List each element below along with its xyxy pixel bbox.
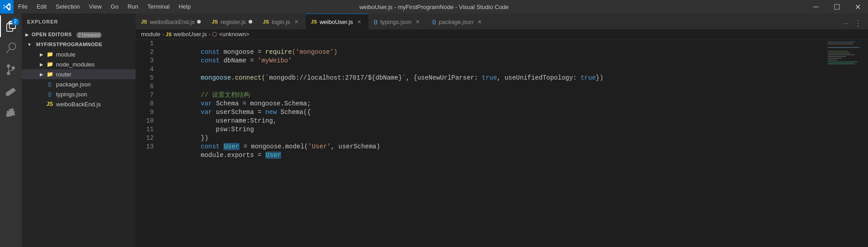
code-line-11: }): [163, 125, 826, 134]
activity-explorer[interactable]: 2: [0, 15, 22, 37]
sidebar-item-package-json-label: package.json: [56, 81, 91, 88]
menu-file[interactable]: File: [14, 0, 32, 14]
activity-bar: 2: [0, 14, 22, 247]
titlebar-left: File Edit Selection View Go Run Terminal…: [0, 0, 195, 14]
code-line-7: var Schema = mongoose.Schema;: [163, 91, 826, 100]
tab-weibo-backend[interactable]: JS weiboBackEnd.js: [136, 14, 206, 29]
tab-typings-close[interactable]: ×: [414, 18, 421, 25]
folder-icon: 📁: [46, 51, 53, 58]
code-line-6: // 设置文档结构: [163, 82, 826, 91]
code-line-12: const User = mongoose.model('User', user…: [163, 134, 826, 142]
tab-package-close[interactable]: ×: [476, 18, 483, 25]
tab-weibo-user-label: weiboUser.js: [320, 19, 353, 25]
sidebar-item-typings-json-label: typings.json: [56, 91, 87, 98]
titlebar-controls: ─ ☐ ✕: [806, 0, 868, 14]
project-chevron: ▼: [27, 42, 34, 47]
maximize-button[interactable]: ☐: [826, 0, 847, 14]
window-title: weiboUser.js - myFirstProgramNode - Visu…: [359, 4, 509, 10]
tab-weibo-user-close[interactable]: ×: [356, 18, 363, 25]
svg-rect-8: [828, 60, 837, 61]
sidebar-item-weibo-backend-label: weiboBackEnd.js: [56, 101, 101, 108]
menu-edit[interactable]: Edit: [32, 0, 51, 14]
sidebar-item-router-label: router: [56, 71, 71, 78]
svg-rect-5: [828, 54, 855, 55]
tab-modified-dot: [197, 20, 201, 24]
breadcrumb-module[interactable]: module: [141, 31, 160, 38]
open-editors-label: Open Editors: [32, 32, 72, 37]
tab-json-icon2: {}: [432, 19, 436, 24]
breadcrumb-symbol[interactable]: <unknown>: [219, 31, 249, 38]
close-button[interactable]: ✕: [847, 0, 868, 14]
svg-rect-6: [828, 56, 846, 57]
sidebar-item-router[interactable]: ▶ 📁 router: [22, 69, 136, 79]
tab-js-icon3: JS: [263, 19, 269, 24]
tab-js-icon4: JS: [311, 19, 317, 24]
tab-login-close[interactable]: ×: [293, 18, 300, 25]
titlebar: File Edit Selection View Go Run Terminal…: [0, 0, 868, 14]
svg-rect-7: [828, 58, 841, 59]
sidebar-item-weibo-backend[interactable]: ▶ JS weiboBackEnd.js: [22, 99, 136, 109]
tab-register[interactable]: JS register.js: [206, 14, 257, 29]
menu-terminal[interactable]: Terminal: [143, 0, 174, 14]
tab-package-label: package.json: [439, 19, 473, 25]
open-editors-badge: 2 Unsaved: [76, 31, 102, 38]
activity-run[interactable]: [0, 81, 22, 102]
breadcrumb-symbol-icon: ⬡: [212, 31, 217, 38]
tab-register-label: register.js: [221, 19, 246, 25]
tab-bar: JS weiboBackEnd.js JS register.js JS log…: [136, 14, 868, 29]
sidebar-item-module-label: module: [56, 51, 75, 58]
svg-rect-9: [828, 62, 857, 62]
menu-view[interactable]: View: [85, 0, 106, 14]
sidebar-item-typings-json[interactable]: ▶ {} typings.json: [22, 89, 136, 99]
sidebar-title: Explorer: [22, 14, 136, 29]
tab-package[interactable]: {} package.json ×: [427, 14, 489, 29]
svg-rect-10: [828, 63, 855, 64]
sidebar: Explorer ▶ Open Editors 2 Unsaved ▼ MYFI…: [22, 14, 136, 247]
breadcrumb-file[interactable]: weiboUser.js: [174, 31, 207, 38]
activity-source-control[interactable]: [0, 59, 22, 81]
vscode-logo: [0, 0, 14, 14]
open-editors-chevron: ▶: [25, 32, 29, 37]
tab-typings-label: typings.json: [380, 19, 411, 25]
tab-login[interactable]: JS login.js ×: [258, 14, 306, 29]
svg-rect-1: [828, 43, 853, 44]
breadcrumb-js-icon: JS: [165, 32, 171, 37]
editor-area[interactable]: 1 2 3 4 5 6 7 8 9 10 11 12 13 const mong…: [136, 39, 868, 247]
sidebar-item-module[interactable]: ▶ 📁 module: [22, 49, 136, 59]
project-root[interactable]: ▼ MYFIRSTPROGRAMNODE: [22, 39, 136, 49]
tab-js-icon: JS: [141, 19, 147, 24]
sidebar-item-package-json[interactable]: ▶ {} package.json: [22, 79, 136, 89]
open-editors-header[interactable]: ▶ Open Editors 2 Unsaved: [22, 29, 136, 39]
tab-weibo-user[interactable]: JS weiboUser.js ×: [306, 14, 368, 29]
menu-bar: File Edit Selection View Go Run Terminal…: [14, 0, 195, 14]
project-name: MYFIRSTPROGRAMNODE: [36, 42, 103, 47]
js-icon: JS: [46, 100, 53, 108]
svg-rect-2: [828, 47, 859, 48]
menu-run[interactable]: Run: [123, 0, 143, 14]
minimap[interactable]: [826, 39, 862, 247]
folder-icon: 📁: [46, 61, 53, 68]
svg-rect-0: [828, 42, 855, 43]
activity-extensions[interactable]: [0, 102, 22, 124]
menu-selection[interactable]: Selection: [51, 0, 84, 14]
svg-rect-4: [828, 52, 850, 53]
more-actions-button[interactable]: ⋮: [852, 17, 864, 29]
main-layout: 2 Explorer ▶ Open Editors: [0, 14, 868, 247]
code-editor[interactable]: const mongoose = require('mongoose') con…: [158, 39, 826, 247]
sidebar-item-node-modules[interactable]: ▶ 📁 node_modules: [22, 59, 136, 69]
menu-go[interactable]: Go: [106, 0, 123, 14]
folder-icon: 📁: [46, 71, 53, 78]
menu-help[interactable]: Help: [174, 0, 195, 14]
minimap-content: [826, 39, 862, 247]
tab-typings[interactable]: {} typings.json ×: [368, 14, 427, 29]
code-line-1: const mongoose = require('mongoose'): [163, 39, 826, 48]
tab-modified-dot2: [249, 20, 252, 24]
breadcrumb: module › JS weiboUser.js › ⬡ <unknown>: [136, 29, 868, 39]
activity-search[interactable]: [0, 37, 22, 59]
minimize-button[interactable]: ─: [806, 0, 826, 14]
explorer-badge: 2: [12, 18, 19, 25]
tab-login-label: login.js: [272, 19, 290, 25]
split-editor-button[interactable]: ⋯: [839, 17, 852, 29]
tab-js-icon2: JS: [212, 19, 217, 24]
scrollbar[interactable]: [862, 39, 868, 247]
